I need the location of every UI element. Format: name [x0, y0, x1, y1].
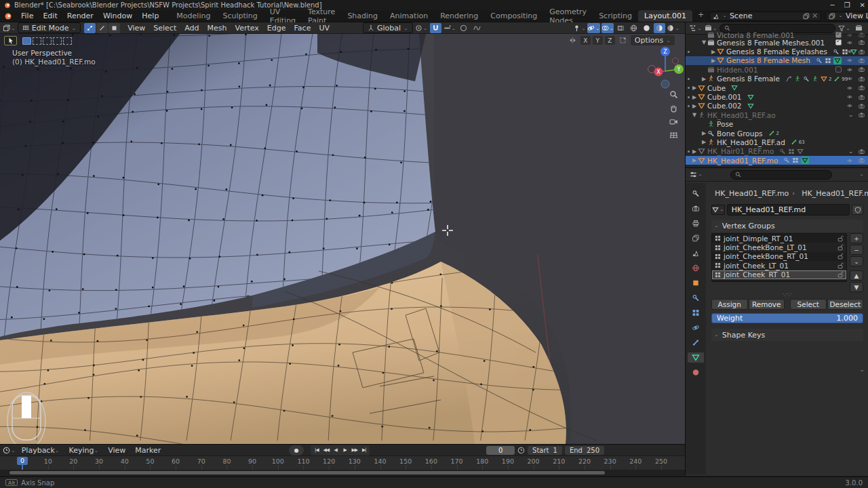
disable-render-camera-icon[interactable]	[858, 49, 865, 55]
shading-wireframe-button[interactable]	[628, 23, 639, 33]
weight-slider[interactable]: Weight 1.000	[711, 313, 863, 323]
viewport-menu-select[interactable]: Select	[149, 24, 180, 33]
properties-tab-modifiers[interactable]	[688, 293, 704, 303]
add-vertex-group-button[interactable]: +	[850, 233, 863, 243]
select-box-tool-button[interactable]	[4, 36, 17, 45]
timeline-scroll-thumb[interactable]	[9, 471, 605, 474]
wrench-icon[interactable]	[833, 49, 840, 55]
outliner-item-name[interactable]: Genesis 8 Female Meshes.001	[717, 39, 825, 47]
hidden-eye-icon[interactable]: ⌄	[848, 148, 854, 155]
workspace-tab-sculpting[interactable]: Sculpting	[216, 10, 263, 22]
mirror-z-button[interactable]: Z	[605, 36, 615, 45]
outliner-item-name[interactable]: Genesis 8 Female Mesh	[726, 56, 810, 64]
hide-eye-icon[interactable]	[846, 85, 854, 91]
viewport-3d[interactable]	[0, 34, 685, 444]
expander-icon[interactable]: ▶	[691, 157, 698, 163]
expander-icon[interactable]: ▶	[691, 85, 698, 91]
hide-eye-icon[interactable]	[846, 76, 854, 81]
runner-icon[interactable]	[794, 76, 801, 82]
playhead-pill[interactable]: 0	[17, 457, 28, 465]
shape-keys-panel-header[interactable]: ⌄ Shape Keys	[711, 329, 863, 341]
use-preview-range-icon[interactable]	[517, 447, 525, 454]
vertex-groups-list[interactable]: joint_Dimple_RT_01joint_CheekBone_LT_01j…	[711, 233, 847, 282]
editor-type-button[interactable]: ⌄	[3, 23, 16, 33]
timeline-menu-keying[interactable]: Keying⌄	[64, 446, 104, 455]
disable-render-camera-icon[interactable]	[858, 39, 865, 45]
play-button[interactable]: ▶	[340, 446, 349, 455]
meshdata-icon[interactable]	[797, 148, 804, 155]
proportional-editing-button[interactable]	[458, 23, 469, 33]
mirror-x-button[interactable]: X	[580, 36, 591, 45]
select-button[interactable]: Select	[790, 299, 827, 310]
outliner-row[interactable]: ▶Genesis 8 Female299	[686, 75, 868, 83]
breadcrumb-object[interactable]: HK_Head01_REF.mo	[715, 189, 789, 198]
meshdata-icon[interactable]	[747, 94, 754, 100]
hide-eye-icon[interactable]	[846, 33, 854, 38]
vgroup-icon[interactable]	[788, 148, 795, 155]
expander-icon[interactable]: ▶	[710, 49, 717, 55]
properties-tab-output[interactable]	[688, 218, 704, 228]
expander-icon[interactable]: ▶	[701, 76, 707, 82]
lock-open-icon[interactable]	[837, 235, 844, 242]
outliner-item-name[interactable]: HK_Hair01_REF.mo	[707, 147, 774, 155]
vertex-group-row[interactable]: joint_CheekBone_LT_01	[712, 243, 846, 251]
timeline-menu-marker[interactable]: Marker	[130, 446, 165, 455]
outliner-item-name[interactable]: Genesis 8 Female	[717, 75, 780, 83]
viewport-menu-edge[interactable]: Edge	[263, 24, 290, 33]
disable-render-camera-icon[interactable]	[858, 112, 865, 118]
viewport-menu-uv[interactable]: UV	[315, 24, 334, 33]
outliner-item-name[interactable]: Cube	[707, 84, 726, 92]
face-select-button[interactable]	[108, 23, 120, 33]
snap-toggle-button[interactable]	[430, 23, 441, 33]
timeline-menu-view[interactable]: View	[103, 446, 130, 455]
properties-tab-physics[interactable]	[688, 323, 704, 333]
properties-tab-render[interactable]	[688, 203, 704, 214]
current-frame-field[interactable]: 0	[486, 446, 515, 455]
timeline-editor-type-button[interactable]: ⌄	[3, 445, 16, 455]
end-frame-field[interactable]: End 250	[565, 446, 604, 455]
properties-tab-material[interactable]	[688, 367, 704, 378]
workspace-tab-scripting[interactable]: Scripting	[593, 10, 638, 22]
hide-eye-icon[interactable]	[846, 58, 854, 63]
snap-falloff-icon[interactable]	[617, 35, 629, 45]
expander-icon[interactable]: ▶	[691, 148, 698, 155]
outliner-item-name[interactable]: Pose	[717, 120, 733, 128]
viewport-menu-view[interactable]: View	[123, 24, 149, 33]
wrench-icon[interactable]	[783, 157, 790, 163]
hide-eye-icon[interactable]	[846, 49, 854, 54]
workspace-tab-uv-editing[interactable]: UV Editing	[264, 10, 302, 22]
outliner-row[interactable]: Hidden.001	[686, 65, 868, 74]
outliner-item-name[interactable]: Bone Groups	[717, 129, 763, 138]
properties-tab-data[interactable]	[688, 352, 704, 363]
blender-menu-icon[interactable]	[0, 10, 16, 22]
disable-render-camera-icon[interactable]	[858, 103, 865, 109]
jump-to-start-button[interactable]: |◀	[312, 446, 321, 455]
expander-icon[interactable]: ▶	[710, 58, 717, 64]
disable-render-camera-icon[interactable]	[858, 94, 865, 100]
outliner-row[interactable]: ▶Bone Groups2	[686, 129, 868, 138]
outliner-item-name[interactable]: HK_Head01_REF.ad	[717, 138, 785, 146]
workspace-tab-shading[interactable]: Shading	[341, 10, 384, 22]
lock-open-icon[interactable]	[837, 253, 844, 260]
hide-eye-icon[interactable]	[846, 94, 854, 100]
camera-view-icon[interactable]	[666, 114, 681, 129]
vertex-group-row[interactable]: joint_Cheek_LT_01	[712, 261, 846, 270]
workspace-tab-rendering[interactable]: Rendering	[434, 10, 484, 22]
app-menu-file[interactable]: File	[16, 10, 38, 22]
vertex-groups-panel-header[interactable]: ⌄ Vertex Groups	[711, 220, 863, 232]
disable-render-camera-icon[interactable]	[858, 32, 865, 38]
unlink-scene-icon[interactable]: ✕	[812, 12, 818, 20]
fake-user-shield-button[interactable]	[852, 205, 863, 215]
outliner-row[interactable]: ▼HK_Head01_REF.ao⌄	[686, 110, 868, 119]
disable-render-camera-icon[interactable]	[858, 66, 865, 73]
outliner-item-name[interactable]: Victoria 8 Female.001	[717, 32, 795, 38]
outliner-row[interactable]: Pose	[686, 120, 868, 129]
hide-eye-icon[interactable]	[846, 103, 854, 108]
expander-icon[interactable]: ▼	[701, 39, 707, 45]
navigation-gizmo[interactable]: Z Y X	[646, 42, 685, 89]
driver-icon[interactable]	[785, 76, 792, 82]
viewport-menu-face[interactable]: Face	[290, 24, 315, 33]
outliner-item-name[interactable]: Cube.001	[707, 93, 742, 101]
maximize-button[interactable]: ❐	[844, 1, 850, 9]
lock-open-icon[interactable]	[837, 244, 844, 251]
